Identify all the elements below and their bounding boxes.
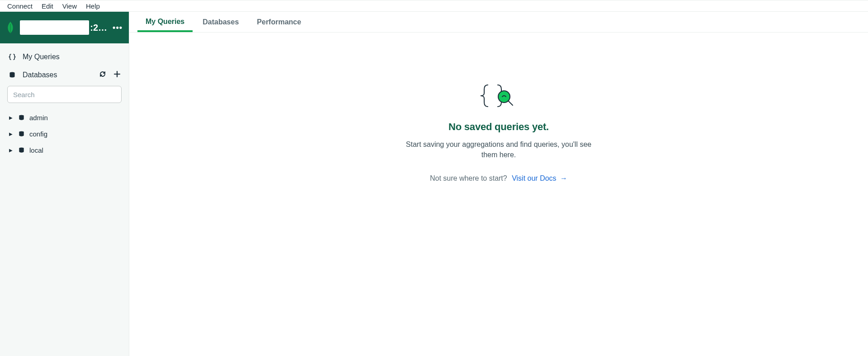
database-item-admin[interactable]: ▶ admin: [0, 109, 129, 126]
menu-connect[interactable]: Connect: [3, 1, 37, 11]
main-content: My Queries Databases Performance No save…: [129, 12, 868, 356]
connection-header: :2… •••: [0, 12, 129, 43]
menubar: Connect Edit View Help: [0, 0, 868, 12]
search-input[interactable]: [7, 86, 122, 103]
database-name: config: [29, 130, 47, 138]
sidebar-item-label: My Queries: [23, 53, 60, 61]
tabbar: My Queries Databases Performance: [129, 12, 868, 33]
sidebar: :2… ••• My Queries Databases: [0, 12, 129, 356]
database-name: admin: [29, 114, 48, 122]
sidebar-item-my-queries[interactable]: My Queries: [0, 48, 129, 66]
menu-help[interactable]: Help: [81, 1, 104, 11]
empty-title: No saved queries yet.: [448, 121, 549, 133]
empty-help-row: Not sure where to start? Visit our Docs …: [430, 174, 567, 183]
chevron-right-icon: ▶: [9, 148, 14, 153]
sidebar-item-label: Databases: [23, 71, 57, 79]
empty-help-text: Not sure where to start?: [430, 174, 507, 182]
chevron-right-icon: ▶: [9, 115, 14, 120]
database-icon: [8, 71, 16, 79]
arrow-right-icon: →: [560, 174, 567, 182]
tab-performance[interactable]: Performance: [249, 13, 309, 32]
database-item-local[interactable]: ▶ local: [0, 142, 129, 158]
empty-state: No saved queries yet. Start saving your …: [129, 33, 868, 356]
database-icon: [18, 131, 25, 137]
svg-line-5: [508, 101, 513, 105]
visit-docs-link[interactable]: Visit our Docs →: [512, 174, 567, 182]
tab-databases[interactable]: Databases: [194, 13, 247, 32]
connection-more-icon[interactable]: •••: [113, 23, 123, 33]
braces-icon: [8, 53, 16, 61]
chevron-right-icon: ▶: [9, 131, 14, 136]
docs-link-text: Visit our Docs: [512, 174, 556, 182]
empty-subtitle: Start saving your aggregations and find …: [404, 139, 594, 160]
database-name: local: [29, 146, 43, 154]
refresh-icon[interactable]: [99, 70, 106, 80]
menu-view[interactable]: View: [58, 1, 81, 11]
connection-name-container[interactable]: :2…: [14, 20, 107, 35]
database-icon: [18, 147, 25, 154]
add-database-button[interactable]: [113, 70, 121, 80]
connection-name-suffix: :2…: [90, 23, 107, 33]
mongodb-leaf-icon: [6, 21, 14, 34]
menu-edit[interactable]: Edit: [37, 1, 58, 11]
database-list: ▶ admin ▶ config ▶: [0, 108, 129, 160]
tab-my-queries[interactable]: My Queries: [137, 12, 193, 32]
sidebar-item-databases[interactable]: Databases: [0, 66, 129, 84]
empty-queries-icon: [480, 83, 518, 108]
database-icon: [18, 114, 25, 121]
connection-name-mask: [20, 20, 89, 35]
database-item-config[interactable]: ▶ config: [0, 126, 129, 142]
